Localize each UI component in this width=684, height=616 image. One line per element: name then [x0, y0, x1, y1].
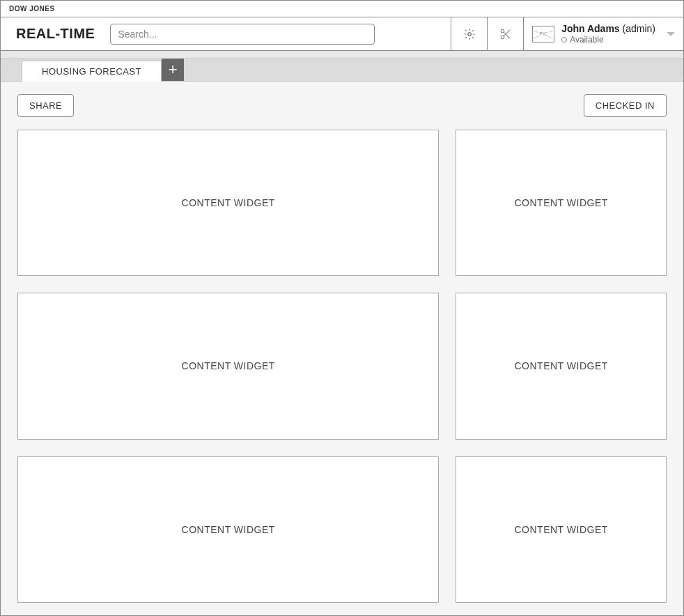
user-info: John Adams (admin) Available — [561, 23, 655, 45]
settings-button[interactable] — [451, 17, 487, 51]
user-menu[interactable]: PIC John Adams (admin) Available — [523, 17, 683, 51]
content-widget[interactable]: CONTENT WIDGET — [456, 130, 667, 276]
tab-bar: HOUSING FORECAST + — [1, 59, 683, 82]
svg-point-0 — [467, 32, 471, 36]
tab-housing-forecast[interactable]: HOUSING FORECAST — [22, 61, 162, 82]
user-name: John Adams — [561, 23, 620, 34]
gear-icon — [463, 28, 476, 40]
content-widget[interactable]: CONTENT WIDGET — [456, 293, 667, 439]
plus-icon: + — [169, 61, 178, 79]
tools-button[interactable] — [487, 17, 523, 51]
header-bar: REAL-TIME — [1, 17, 683, 51]
user-role: (admin) — [623, 23, 655, 34]
user-name-line: John Adams (admin) — [561, 23, 655, 35]
content-widget[interactable]: CONTENT WIDGET — [456, 456, 667, 603]
content-widget[interactable]: CONTENT WIDGET — [17, 293, 439, 439]
chevron-down-icon — [667, 32, 675, 36]
brand-bar: DOW JONES — [1, 1, 683, 17]
content-widget[interactable]: CONTENT WIDGET — [17, 130, 439, 276]
app-frame: DOW JONES REAL-TIME — [0, 0, 684, 616]
action-row: SHARE CHECKED IN — [17, 94, 667, 117]
brand-label: DOW JONES — [9, 5, 55, 13]
app-title: REAL-TIME — [1, 26, 110, 42]
avatar-label: PIC — [538, 31, 549, 36]
svg-point-2 — [501, 36, 504, 39]
search-wrap — [110, 24, 375, 45]
user-status-line: Available — [561, 35, 655, 45]
content-widget[interactable]: CONTENT WIDGET — [17, 456, 439, 603]
search-input[interactable] — [110, 24, 375, 45]
content-area: SHARE CHECKED IN CONTENT WIDGET CONTENT … — [1, 82, 683, 615]
sub-header-bar — [1, 51, 683, 59]
avatar: PIC — [532, 26, 554, 43]
status-dot-icon — [561, 37, 567, 43]
user-status: Available — [570, 35, 603, 45]
add-tab-button[interactable]: + — [162, 59, 184, 81]
svg-point-1 — [501, 29, 504, 33]
scissors-icon — [499, 28, 512, 40]
widget-grid: CONTENT WIDGET CONTENT WIDGET CONTENT WI… — [17, 130, 667, 603]
checked-in-button[interactable]: CHECKED IN — [584, 94, 667, 117]
share-button[interactable]: SHARE — [17, 94, 74, 117]
